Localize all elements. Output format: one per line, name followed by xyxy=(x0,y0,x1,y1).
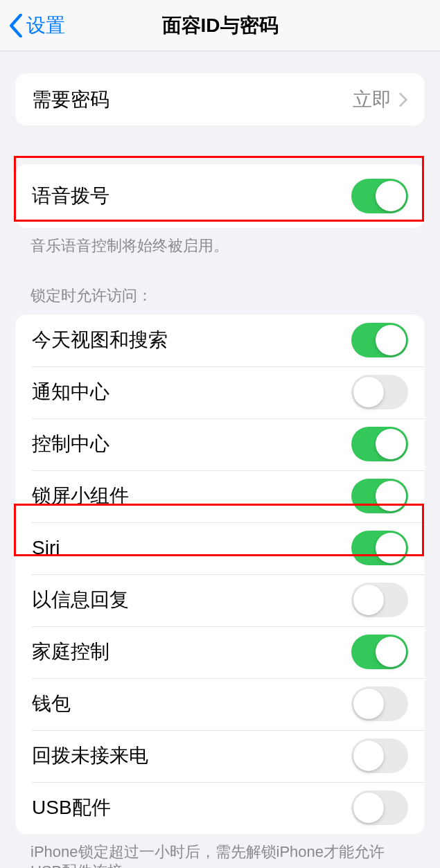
toggle-knob xyxy=(376,533,406,563)
require-passcode-label: 需要密码 xyxy=(32,87,109,113)
voice-dial-label: 语音拨号 xyxy=(32,183,109,209)
toggle-knob xyxy=(376,429,406,459)
allow-access-item-label: 家庭控制 xyxy=(32,639,109,665)
allow-access-item-toggle[interactable] xyxy=(351,375,408,409)
chevron-left-icon xyxy=(8,14,24,37)
allow-access-item-toggle[interactable] xyxy=(351,583,408,617)
toggle-knob xyxy=(353,377,384,407)
voice-dial-footer: 音乐语音控制将始终被启用。 xyxy=(0,228,440,256)
allow-access-row: 钱包 xyxy=(15,678,425,730)
allow-access-row: 今天视图和搜索 xyxy=(15,315,425,366)
toggle-knob xyxy=(353,741,384,771)
allow-access-item-label: 以信息回复 xyxy=(32,587,129,613)
back-button[interactable]: 设置 xyxy=(0,12,65,39)
require-passcode-right: 立即 xyxy=(353,87,408,113)
page-title: 面容ID与密码 xyxy=(162,12,279,39)
chevron-right-icon xyxy=(398,92,408,107)
allow-access-item-toggle[interactable] xyxy=(351,687,408,721)
toggle-knob xyxy=(376,637,406,667)
toggle-knob xyxy=(353,689,384,719)
toggle-knob xyxy=(376,481,406,511)
allow-access-item-toggle[interactable] xyxy=(351,479,408,513)
allow-access-row: USB配件 xyxy=(15,782,425,834)
allow-access-group: 今天视图和搜索通知中心控制中心锁屏小组件Siri以信息回复家庭控制钱包回拨未接来… xyxy=(15,315,425,834)
allow-access-item-label: 控制中心 xyxy=(32,431,109,457)
allow-access-row: 以信息回复 xyxy=(15,574,425,626)
toggle-knob xyxy=(353,585,384,615)
allow-access-item-label: 回拨未接来电 xyxy=(32,743,148,769)
allow-access-item-label: USB配件 xyxy=(32,795,111,821)
allow-access-row: 回拨未接来电 xyxy=(15,730,425,782)
allow-access-item-label: Siri xyxy=(32,537,60,559)
allow-access-header: 锁定时允许访问： xyxy=(0,285,440,312)
allow-access-item-label: 今天视图和搜索 xyxy=(32,327,168,353)
require-passcode-row[interactable]: 需要密码 立即 xyxy=(15,73,425,125)
allow-access-footer: iPhone锁定超过一小时后，需先解锁iPhone才能允许USB配件连接。 xyxy=(0,834,440,868)
allow-access-item-toggle[interactable] xyxy=(351,635,408,669)
back-label: 设置 xyxy=(26,12,65,39)
allow-access-row: Siri xyxy=(15,522,425,574)
require-passcode-value: 立即 xyxy=(353,87,391,113)
require-passcode-group: 需要密码 立即 xyxy=(15,73,425,125)
navigation-header: 设置 面容ID与密码 xyxy=(0,0,440,51)
allow-access-item-label: 锁屏小组件 xyxy=(32,483,129,509)
allow-access-item-toggle[interactable] xyxy=(351,738,408,773)
allow-access-row: 锁屏小组件 xyxy=(15,470,425,522)
toggle-knob xyxy=(376,181,406,211)
allow-access-item-toggle[interactable] xyxy=(351,531,408,565)
content: 需要密码 立即 语音拨号 音乐语音控制将始终被启用。 锁定时允许访问： 今天视图… xyxy=(0,73,440,868)
allow-access-row: 家庭控制 xyxy=(15,626,425,678)
toggle-knob xyxy=(353,792,384,823)
voice-dial-toggle[interactable] xyxy=(351,179,408,213)
voice-dial-group: 语音拨号 xyxy=(15,164,425,228)
allow-access-item-toggle[interactable] xyxy=(351,427,408,461)
allow-access-item-label: 通知中心 xyxy=(32,379,109,405)
allow-access-item-toggle[interactable] xyxy=(351,790,408,825)
voice-dial-row: 语音拨号 xyxy=(15,164,425,228)
allow-access-row: 通知中心 xyxy=(15,366,425,418)
allow-access-item-toggle[interactable] xyxy=(351,323,408,357)
allow-access-item-label: 钱包 xyxy=(32,691,71,717)
allow-access-row: 控制中心 xyxy=(15,418,425,470)
toggle-knob xyxy=(376,325,406,355)
